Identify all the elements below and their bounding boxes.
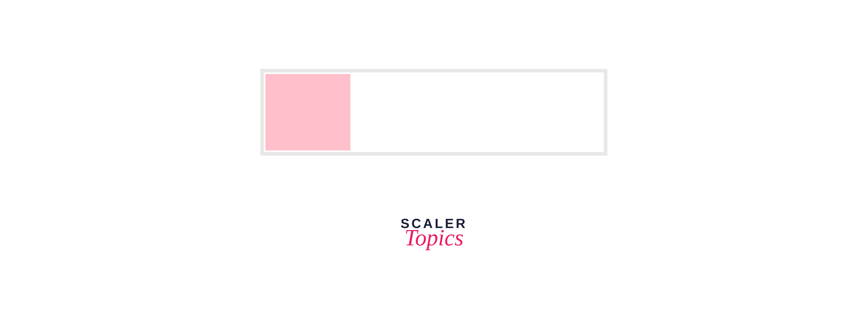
progress-bar-track (260, 69, 608, 156)
progress-bar-fill (266, 74, 350, 151)
logo-bottom-text: Topics (401, 229, 468, 247)
brand-logo: SCALER Topics (401, 217, 468, 247)
